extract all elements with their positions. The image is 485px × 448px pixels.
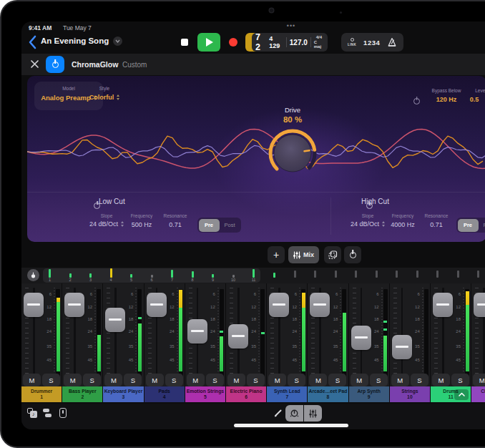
mix-label: Mix [303,251,314,258]
play-button[interactable] [197,33,220,52]
metronome-button[interactable] [387,37,397,47]
post-button[interactable]: Post [220,219,240,232]
mute-button[interactable]: M [227,374,245,386]
channel-strip-4: 61218243545MSPads4 [144,283,185,402]
channel-name-tab[interactable]: Drums11 [431,386,471,402]
solo-button[interactable]: S [42,374,60,386]
lcd-display[interactable]: 7 2 4 129 127.0 4/4C maj [252,33,328,52]
channel-name: Chorus V [481,389,485,394]
mute-button[interactable]: M [391,374,409,386]
highcut-resonance[interactable]: 0.71 [415,221,458,228]
channel-name-tab[interactable]: Pads4 [144,386,185,402]
post-button[interactable]: Post [479,219,485,232]
channel-name-tab[interactable]: Synth Lead7 [267,386,307,402]
fader-handle[interactable] [64,293,84,317]
level-value[interactable]: 0.5 [464,96,484,103]
channel-name-tab[interactable]: Strings10 [390,386,430,402]
channel-name-tab[interactable]: Arcade…eet Pad8 [308,386,348,402]
fader-handle[interactable] [147,293,167,317]
fader-handle[interactable] [187,319,207,344]
channel-name-tab[interactable]: Electric Piano6 [226,386,266,402]
channel-name-tab[interactable]: Bass Player2 [62,386,102,402]
meter-tick-scale [135,288,137,374]
record-button[interactable] [223,33,243,52]
channel-name-tab[interactable]: Keyboard Player3 [103,386,143,402]
browser-icon[interactable]: ♪ [27,408,37,418]
home-indicator[interactable] [234,424,348,427]
drive-knob[interactable] [265,126,320,180]
solo-button[interactable]: S [411,374,428,386]
mixer-view-button[interactable] [304,405,322,422]
mute-button[interactable]: M [64,374,82,386]
mute-button[interactable]: M [432,374,450,386]
mute-button[interactable]: M [309,374,327,386]
mute-button[interactable]: M [146,374,164,386]
channel-name-tab[interactable]: Drummer1 [21,386,62,402]
channel-name-tab[interactable]: Emotion Strings5 [185,386,225,402]
connections-icon[interactable] [43,409,53,418]
channel-name-tab[interactable]: Chorus V12 [471,386,485,402]
fader-handle[interactable] [433,293,453,317]
multitasking-dots[interactable]: ••• [275,22,307,29]
plugin-name: ChromaGlow [72,60,118,69]
mute-button[interactable]: M [351,374,368,386]
song-title[interactable]: An Evening Song [41,36,109,45]
solo-button[interactable]: S [165,374,183,386]
add-track-button[interactable]: + [268,246,285,263]
fader-handle[interactable] [269,293,289,317]
fader-handle[interactable] [310,293,330,317]
pencil-icon[interactable] [273,408,283,418]
channel-overview-strip[interactable]: 1234567891011 [43,268,260,283]
solo-button[interactable]: S [124,374,142,386]
fader-handle[interactable] [351,326,371,350]
solo-button[interactable]: S [83,374,101,386]
mute-button[interactable]: M [104,374,122,386]
fader-handle[interactable] [392,335,412,359]
overview-number: 3 [84,278,97,282]
pre-button[interactable]: Pre [458,219,479,232]
channel-power-button[interactable] [344,246,361,263]
plugin-preset[interactable]: Custom [122,61,147,69]
solo-button[interactable]: S [247,374,265,386]
song-menu-button[interactable] [113,36,122,46]
stop-button[interactable] [175,33,195,52]
mute-button[interactable]: M [473,374,485,386]
level-meter [220,336,223,371]
solo-button[interactable]: S [288,374,305,386]
bypass-power-icon[interactable] [413,98,420,104]
channel-name: Pads [159,389,170,394]
mix-view-button[interactable]: Mix [288,246,319,263]
channel-name-tab[interactable]: Arp Synth9 [349,386,389,402]
duplicate-button[interactable] [324,246,341,263]
fader-handle[interactable] [105,308,125,332]
close-plugin-button[interactable] [30,59,39,69]
back-chevron-icon[interactable] [27,34,39,50]
db-scale-label: 45 [449,358,461,362]
link-button[interactable]: LINK [348,38,356,47]
level-meter-peak [179,290,182,308]
solo-button[interactable]: S [328,374,346,386]
solo-button[interactable]: S [370,374,388,386]
bypass-value[interactable]: 120 Hz [425,96,468,103]
fader-handle[interactable] [474,293,485,317]
db-scale-label: 24 [449,329,461,333]
fader-track[interactable] [401,288,403,374]
solo-button[interactable]: S [451,374,469,386]
db-scale-label: 35 [81,344,92,349]
fader-handle[interactable] [228,324,248,349]
mute-button[interactable]: M [23,374,41,386]
lowcut-resonance[interactable]: 0.71 [154,221,197,228]
channel-strip-icon[interactable] [59,408,67,418]
mute-button[interactable]: M [187,374,205,386]
solo-button[interactable]: S [206,374,224,386]
section-divider [330,198,331,235]
controls-view-button[interactable] [285,405,303,422]
mute-button[interactable]: M [268,374,286,386]
count-in-button[interactable]: 1234 [363,39,380,47]
fader-handle[interactable] [24,293,44,317]
master-monitor-icon[interactable] [27,269,39,281]
plugin-power-button[interactable] [46,56,64,73]
db-scale-label: 35 [449,344,461,349]
channel-expand-button[interactable] [454,389,469,400]
pre-button[interactable]: Pre [199,219,220,232]
